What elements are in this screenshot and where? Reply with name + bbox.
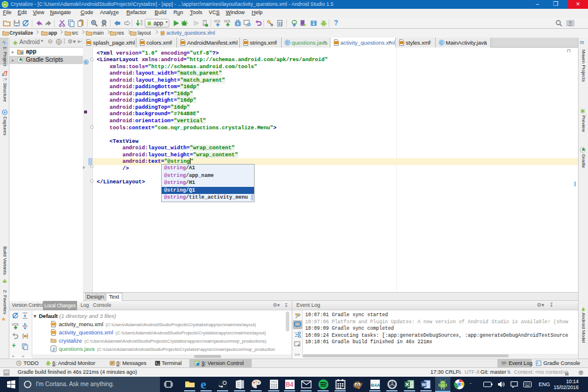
svg-text:J: J xyxy=(52,347,55,352)
svg-text:C: C xyxy=(440,41,443,45)
svg-text:B4A: B4A xyxy=(371,383,380,388)
svg-text:C: C xyxy=(85,60,88,64)
svg-text:VCS: VCS xyxy=(214,19,220,23)
svg-text:B4: B4 xyxy=(286,381,293,388)
svg-text:C: C xyxy=(286,41,289,45)
svg-text:W: W xyxy=(422,382,426,387)
svg-text:VCS: VCS xyxy=(12,323,19,326)
svg-text:m: m xyxy=(580,39,584,45)
svg-text:VCS: VCS xyxy=(224,19,230,23)
